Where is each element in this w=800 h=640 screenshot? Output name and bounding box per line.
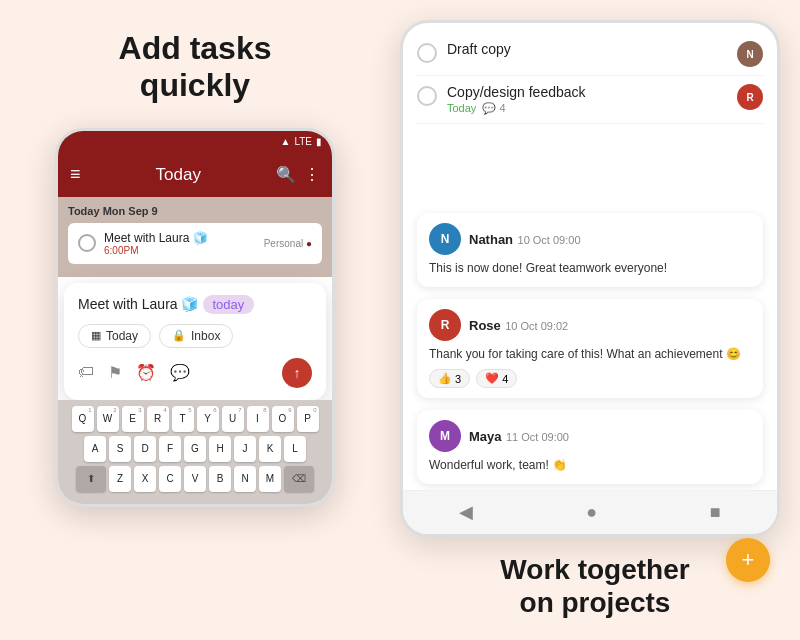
- design-feedback-title: Copy/design feedback: [447, 84, 727, 100]
- key-q[interactable]: 1Q: [72, 406, 94, 432]
- key-e[interactable]: 3E: [122, 406, 144, 432]
- rose-reactions: 👍 3 ❤️ 4: [429, 369, 751, 388]
- comment-header-maya: M Maya 11 Oct 09:00: [429, 420, 751, 452]
- rose-time: 10 Oct 09:02: [505, 320, 568, 332]
- quick-add-toolbar: 🏷 ⚑ ⏰ 💬 ↑: [78, 358, 312, 388]
- thumbs-up-badge[interactable]: 👍 3: [429, 369, 470, 388]
- key-j[interactable]: J: [234, 436, 256, 462]
- search-icon[interactable]: 🔍: [276, 165, 296, 184]
- task-title: Meet with Laura 🧊: [104, 231, 256, 245]
- maya-text: Wonderful work, team! 👏: [429, 457, 751, 474]
- quick-add-popup: Meet with Laura 🧊 today ▦ Today 🔒 Inbox …: [64, 283, 326, 400]
- task-text: Meet with Laura 🧊 6:00PM: [104, 231, 256, 256]
- key-i[interactable]: 8I: [247, 406, 269, 432]
- kb-row-1: 1Q 2W 3E 4R 5T 6Y 7U 8I 9O 0P: [62, 406, 328, 432]
- left-headline: Add tasksquickly: [119, 30, 272, 104]
- key-a[interactable]: A: [84, 436, 106, 462]
- menu-icon[interactable]: ≡: [70, 164, 81, 185]
- key-h[interactable]: H: [209, 436, 231, 462]
- right-phone-mockup: Draft copy N Copy/design feedback Today …: [400, 20, 780, 537]
- nav-back[interactable]: ◀: [459, 501, 473, 523]
- phone-date: Today Mon Sep 9: [68, 205, 322, 217]
- inbox-chip-label: Inbox: [191, 329, 220, 343]
- task-meta-design: Today 💬 4: [447, 102, 727, 115]
- maya-info: Maya 11 Oct 09:00: [469, 427, 569, 445]
- status-bar: ▲ LTE ▮: [58, 131, 332, 153]
- key-y[interactable]: 6Y: [197, 406, 219, 432]
- left-panel: Add tasksquickly ▲ LTE ▮ ≡ Today 🔍 ⋮ Tod…: [0, 0, 390, 640]
- comment-card-maya: M Maya 11 Oct 09:00 Wonderful work, team…: [417, 410, 763, 484]
- flag-icon[interactable]: ⚑: [108, 363, 122, 382]
- nathan-name: Nathan: [469, 232, 513, 247]
- maya-time: 11 Oct 09:00: [506, 431, 569, 443]
- comment-card-rose: R Rose 10 Oct 09:02 Thank you for taking…: [417, 299, 763, 398]
- inbox-chip[interactable]: 🔒 Inbox: [159, 324, 233, 348]
- today-chip[interactable]: ▦ Today: [78, 324, 151, 348]
- key-w[interactable]: 2W: [97, 406, 119, 432]
- maya-name: Maya: [469, 429, 502, 444]
- key-t[interactable]: 5T: [172, 406, 194, 432]
- draft-avatar: N: [737, 41, 763, 67]
- key-v[interactable]: V: [184, 466, 206, 492]
- key-l[interactable]: L: [284, 436, 306, 462]
- comment-header-nathan: N Nathan 10 Oct 09:00: [429, 223, 751, 255]
- task-radio-draft[interactable]: [417, 43, 437, 63]
- key-c[interactable]: C: [159, 466, 181, 492]
- comment-card-nathan: N Nathan 10 Oct 09:00 This is now done! …: [417, 213, 763, 287]
- task-radio-design[interactable]: [417, 86, 437, 106]
- today-tag[interactable]: today: [203, 295, 255, 314]
- heart-badge[interactable]: ❤️ 4: [476, 369, 517, 388]
- key-shift[interactable]: ⬆: [76, 466, 106, 492]
- key-z[interactable]: Z: [109, 466, 131, 492]
- task-item-draft: Draft copy N: [417, 33, 763, 76]
- phone-title: Today: [91, 165, 266, 185]
- key-x[interactable]: X: [134, 466, 156, 492]
- nav-recent[interactable]: ■: [710, 502, 721, 523]
- task-meta-today: Today: [447, 102, 476, 115]
- right-panel: Draft copy N Copy/design feedback Today …: [390, 0, 800, 640]
- nathan-info: Nathan 10 Oct 09:00: [469, 230, 581, 248]
- draft-copy-title: Draft copy: [447, 41, 727, 57]
- phone-header: ≡ Today 🔍 ⋮: [58, 153, 332, 197]
- task-checkbox[interactable]: [78, 234, 96, 252]
- key-k[interactable]: K: [259, 436, 281, 462]
- key-r[interactable]: 4R: [147, 406, 169, 432]
- send-button[interactable]: ↑: [282, 358, 312, 388]
- phone-body: Today Mon Sep 9 Meet with Laura 🧊 6:00PM…: [58, 197, 332, 277]
- battery-icon: ▮: [316, 136, 322, 147]
- label-icon[interactable]: 🏷: [78, 363, 94, 382]
- nathan-time: 10 Oct 09:00: [518, 234, 581, 246]
- comment-icon[interactable]: 💬: [170, 363, 190, 382]
- left-phone-mockup: ▲ LTE ▮ ≡ Today 🔍 ⋮ Today Mon Sep 9 Meet…: [55, 128, 335, 507]
- key-m[interactable]: M: [259, 466, 281, 492]
- key-b[interactable]: B: [209, 466, 231, 492]
- rose-text: Thank you for taking care of this! What …: [429, 346, 751, 363]
- key-d[interactable]: D: [134, 436, 156, 462]
- task-content-draft: Draft copy: [447, 41, 727, 57]
- nathan-text: This is now done! Great teamwork everyon…: [429, 260, 751, 277]
- key-n[interactable]: N: [234, 466, 256, 492]
- key-u[interactable]: 7U: [222, 406, 244, 432]
- quick-add-input[interactable]: Meet with Laura 🧊 today: [78, 295, 312, 314]
- nav-home[interactable]: ●: [586, 502, 597, 523]
- quick-add-chips: ▦ Today 🔒 Inbox: [78, 324, 312, 348]
- phone-task-row: Meet with Laura 🧊 6:00PM Personal ●: [68, 223, 322, 264]
- reminder-icon[interactable]: ⏰: [136, 363, 156, 382]
- wifi-icon: ▲: [280, 136, 290, 147]
- kb-row-2: A S D F G H J K L: [62, 436, 328, 462]
- today-chip-icon: ▦: [91, 329, 101, 342]
- more-icon[interactable]: ⋮: [304, 165, 320, 184]
- key-g[interactable]: G: [184, 436, 206, 462]
- key-backspace[interactable]: ⌫: [284, 466, 314, 492]
- key-p[interactable]: 0P: [297, 406, 319, 432]
- maya-avatar: M: [429, 420, 461, 452]
- task-meta-count: 💬 4: [482, 102, 505, 115]
- rose-avatar: R: [429, 309, 461, 341]
- key-f[interactable]: F: [159, 436, 181, 462]
- comment-header-rose: R Rose 10 Oct 09:02: [429, 309, 751, 341]
- key-s[interactable]: S: [109, 436, 131, 462]
- rose-info: Rose 10 Oct 09:02: [469, 316, 568, 334]
- key-o[interactable]: 9O: [272, 406, 294, 432]
- quick-add-text: Meet with Laura 🧊: [78, 296, 199, 312]
- inbox-chip-icon: 🔒: [172, 329, 186, 342]
